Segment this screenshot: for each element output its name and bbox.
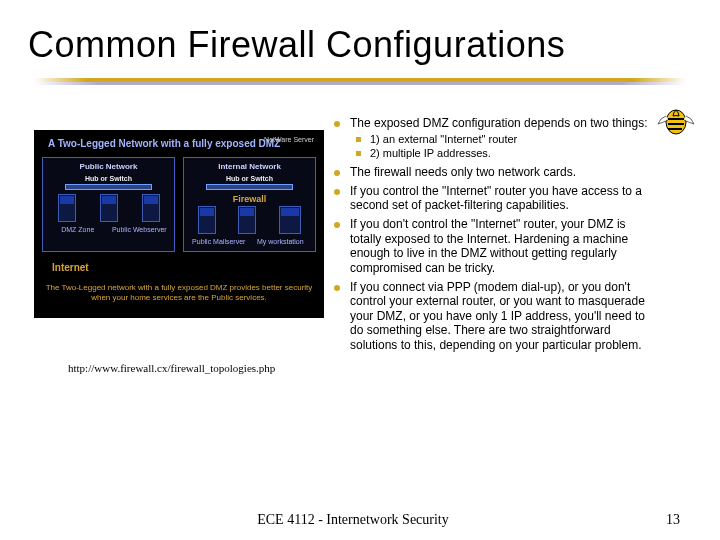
server-icon <box>238 206 256 234</box>
sub-bullet-item: 2) multiple IP addresses. <box>352 147 660 161</box>
bullet-text: If you don't control the "Internet" rout… <box>350 217 628 275</box>
image-source-url: http://www.firewall.cx/firewall_topologi… <box>68 362 324 374</box>
svg-rect-3 <box>668 128 682 130</box>
server-icon <box>142 194 160 222</box>
hub-label: Hub or Switch <box>47 175 170 182</box>
server-icon <box>100 194 118 222</box>
content-row: A Two-Legged Network with a fully expose… <box>0 88 720 374</box>
sub-bullet-item: 1) an external "Internet" router <box>352 133 660 147</box>
public-network-title: Public Network <box>47 162 170 171</box>
internal-network-col: Internal Network Hub or Switch Firewall … <box>183 157 316 252</box>
hub-label: Hub or Switch <box>188 175 311 182</box>
bullet-text: The firewall needs only two network card… <box>350 165 576 179</box>
diagram-wrap: A Two-Legged Network with a fully expose… <box>34 112 324 374</box>
public-webserver-label: Public Webserver <box>109 226 171 233</box>
server-icon <box>198 206 216 234</box>
gt-buzz-mascot-icon <box>654 100 694 140</box>
bullet-item: If you control the "Internet" router you… <box>332 184 660 213</box>
firewall-label: Firewall <box>188 194 311 204</box>
bullet-item: If you connect via PPP (modem dial-up), … <box>332 280 660 353</box>
dmz-zone-label: DMZ Zone <box>47 226 109 233</box>
sub-bullet-list: 1) an external "Internet" router 2) mult… <box>352 133 660 162</box>
public-mailserver-label: Public Mailserver <box>188 238 250 245</box>
public-network-col: Public Network Hub or Switch DMZ Zone Pu… <box>42 157 175 252</box>
slide-title: Common Firewall Configurations <box>0 0 720 74</box>
bullet-text: If you control the "Internet" router you… <box>350 184 642 213</box>
internet-label: Internet <box>52 262 316 273</box>
diagram-caption: The Two-Legged network with a fully expo… <box>42 283 316 304</box>
bullet-text: The exposed DMZ configuration depends on… <box>350 116 648 130</box>
internal-network-title: Internal Network <box>188 162 311 171</box>
workstation-icon <box>279 206 301 234</box>
title-divider <box>34 78 686 88</box>
svg-rect-1 <box>668 118 684 120</box>
hub-icon <box>65 184 152 190</box>
sub-bullet-text: 2) multiple IP addresses. <box>370 147 491 159</box>
sub-bullet-text: 1) an external "Internet" router <box>370 133 517 145</box>
bullet-item: If you don't control the "Internet" rout… <box>332 217 660 276</box>
slide-footer: ECE 4112 - Internetwork Security 13 <box>0 512 720 528</box>
bullet-item: The exposed DMZ configuration depends on… <box>332 116 660 161</box>
page-number: 13 <box>666 512 680 528</box>
netware-server-label: NetWare Server <box>264 136 314 143</box>
bullet-list: The exposed DMZ configuration depends on… <box>332 112 660 357</box>
bullet-text: If you connect via PPP (modem dial-up), … <box>350 280 645 353</box>
workstation-label: My workstation <box>250 238 312 245</box>
footer-center-text: ECE 4112 - Internetwork Security <box>40 512 666 528</box>
hub-icon <box>206 184 293 190</box>
svg-rect-2 <box>668 123 684 125</box>
server-icon <box>58 194 76 222</box>
dmz-network-diagram: A Two-Legged Network with a fully expose… <box>34 130 324 318</box>
bullet-item: The firewall needs only two network card… <box>332 165 660 180</box>
